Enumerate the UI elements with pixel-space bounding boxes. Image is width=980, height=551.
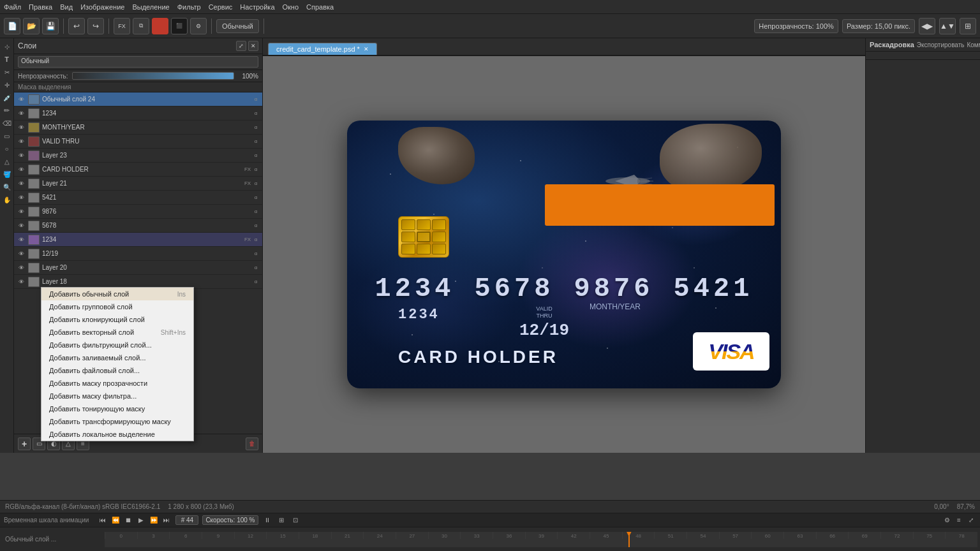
undo-button[interactable]: ↩ — [68, 18, 85, 34]
menu-window[interactable]: Окно — [283, 3, 299, 11]
tool-eyedropper[interactable]: 💉 — [1, 92, 13, 103]
blend-mode-select[interactable]: Обычный — [18, 56, 258, 68]
timeline-playhead[interactable] — [628, 532, 630, 547]
layer-visibility-toggle[interactable]: 👁 — [17, 137, 26, 146]
brush-settings[interactable]: ⚙ — [190, 18, 207, 34]
layer-item[interactable]: 👁VALID THRUα — [14, 135, 262, 149]
menu-image[interactable]: Изображение — [80, 3, 124, 11]
canvas-viewport[interactable]: 1234 5678 9876 5421 1234 VALIDTHRU 12/19… — [263, 56, 865, 453]
layer-visibility-toggle[interactable]: 👁 — [17, 109, 26, 118]
layer-item[interactable]: 👁5421α — [14, 191, 262, 205]
tool-fill[interactable]: 🪣 — [1, 168, 13, 180]
tl-settings-btn[interactable]: ⚙ — [942, 515, 952, 525]
tl-expand-btn[interactable]: ⤢ — [966, 515, 976, 525]
tool-rectangle[interactable]: ▭ — [1, 130, 13, 142]
layer-visibility-toggle[interactable]: 👁 — [17, 123, 26, 132]
context-menu-item[interactable]: Добавить заливаемый слой... — [41, 351, 193, 364]
menu-filter[interactable]: Фильтр — [177, 3, 201, 11]
tool-ellipse[interactable]: ○ — [1, 143, 13, 154]
timeline-ruler[interactable]: 0369121518212427303336394245485154576063… — [105, 532, 977, 547]
mirror-v-button[interactable]: ▲▼ — [939, 18, 956, 34]
canvas-tab-close[interactable]: ✕ — [364, 46, 369, 52]
tl-play-button[interactable]: ▶ — [136, 515, 146, 525]
context-menu-item[interactable]: Добавить трансформирующую маску — [41, 415, 193, 428]
tool-polygon[interactable]: △ — [1, 156, 13, 167]
layer-visibility-toggle[interactable]: 👁 — [17, 193, 26, 202]
layer-item[interactable]: 👁1234FXα — [14, 233, 262, 247]
panel-expand-btn[interactable]: ⤢ — [236, 41, 246, 51]
layer-item[interactable]: 👁MONTH/YEARα — [14, 121, 262, 135]
context-menu-item[interactable]: Добавить файловый слой... — [41, 364, 193, 377]
menu-select[interactable]: Выделение — [132, 3, 169, 11]
tool-eraser[interactable]: ⌫ — [1, 117, 13, 129]
brush-preset-selector[interactable]: Обычный — [216, 19, 259, 33]
layer-item[interactable]: 👁9876α — [14, 205, 262, 219]
tl-stop-button[interactable]: ⏹ — [123, 515, 133, 525]
comment-button[interactable]: Комментарии — [967, 41, 980, 48]
context-menu-item[interactable]: Добавить групповой слой — [41, 300, 193, 313]
context-menu-item[interactable]: Добавить маску фильтра... — [41, 390, 193, 402]
context-menu-item[interactable]: Добавить векторный слойShift+Ins — [41, 326, 193, 339]
menu-edit[interactable]: Правка — [29, 3, 52, 11]
export-button[interactable]: Экспортировать — [917, 41, 965, 48]
layer-item[interactable]: 👁5678α — [14, 219, 262, 233]
tl-prev-button[interactable]: ⏪ — [110, 515, 121, 525]
new-button[interactable]: 📄 — [4, 18, 20, 34]
paste-button[interactable]: ⧉ — [133, 18, 149, 34]
menu-help[interactable]: Справка — [306, 3, 334, 11]
mirror-h-button[interactable]: ◀▶ — [919, 18, 935, 34]
layer-visibility-toggle[interactable]: 👁 — [17, 95, 26, 104]
copy-button[interactable]: FX — [114, 18, 130, 34]
tl-icon-3[interactable]: ⊡ — [290, 515, 301, 525]
layer-item[interactable]: 👁12/19α — [14, 247, 262, 261]
layer-visibility-toggle[interactable]: 👁 — [17, 221, 26, 230]
context-menu-item[interactable]: Добавить маску прозрачности — [41, 377, 193, 390]
context-menu-item[interactable]: Добавить тонирующую маску — [41, 402, 193, 415]
tl-list-btn[interactable]: ≡ — [954, 515, 964, 525]
menu-tools[interactable]: Сервис — [209, 3, 233, 11]
layer-visibility-toggle[interactable]: 👁 — [17, 179, 26, 188]
tl-start-button[interactable]: ⏮ — [98, 515, 108, 525]
context-menu-item[interactable]: Добавить обычный слойIns — [41, 288, 193, 300]
menu-file[interactable]: Файл — [4, 3, 21, 11]
tool-text[interactable]: T — [1, 54, 13, 65]
layer-visibility-toggle[interactable]: 👁 — [17, 151, 26, 160]
context-menu-item[interactable]: Добавить локальное выделение — [41, 428, 193, 441]
menu-view[interactable]: Вид — [60, 3, 73, 11]
layer-item[interactable]: 👁Layer 20α — [14, 261, 262, 275]
tool-transform[interactable]: ⊹ — [1, 41, 13, 52]
canvas-tab-active[interactable]: credit_card_template.psd * ✕ — [268, 43, 377, 55]
layer-item[interactable]: 👁1234α — [14, 107, 262, 121]
grid-button[interactable]: ⊞ — [960, 18, 976, 34]
opacity-slider[interactable] — [72, 72, 234, 80]
tool-move[interactable]: ✛ — [1, 79, 13, 91]
layer-item[interactable]: 👁Layer 21FXα — [14, 177, 262, 191]
tool-zoom[interactable]: 🔍 — [1, 181, 13, 193]
layer-item[interactable]: 👁CARD HOLDERFXα — [14, 163, 262, 177]
layer-visibility-toggle[interactable]: 👁 — [17, 165, 26, 174]
stroke-color[interactable]: ⬛ — [171, 18, 188, 34]
menu-settings[interactable]: Настройка — [240, 3, 274, 11]
layer-visibility-toggle[interactable]: 👁 — [17, 277, 26, 286]
redo-button[interactable]: ↪ — [87, 18, 104, 34]
timeline-frame-counter[interactable]: # 44 — [175, 515, 198, 525]
tl-next-button[interactable]: ⏩ — [149, 515, 159, 525]
panel-close-btn[interactable]: ✕ — [248, 41, 258, 51]
add-layer-button[interactable]: + — [18, 437, 31, 450]
tl-icon-2[interactable]: ⊞ — [276, 515, 286, 525]
tl-end-button[interactable]: ⏭ — [161, 515, 172, 525]
tool-crop[interactable]: ✂ — [1, 66, 13, 78]
tool-pan[interactable]: ✋ — [1, 194, 13, 205]
open-button[interactable]: 📂 — [23, 18, 40, 34]
save-button[interactable]: 💾 — [42, 18, 59, 34]
delete-layer-button[interactable]: 🗑 — [246, 437, 258, 450]
layer-visibility-toggle[interactable]: 👁 — [17, 249, 26, 258]
layer-visibility-toggle[interactable]: 👁 — [17, 235, 26, 244]
layer-visibility-toggle[interactable]: 👁 — [17, 263, 26, 272]
context-menu-item[interactable]: Добавить фильтрующий слой... — [41, 339, 193, 351]
tool-brush[interactable]: ✏ — [1, 105, 13, 116]
context-menu-item[interactable]: Добавить клонирующий слой — [41, 313, 193, 326]
layer-item[interactable]: 👁Обычный слой 24α — [14, 92, 262, 107]
layer-visibility-toggle[interactable]: 👁 — [17, 207, 26, 216]
fill-color[interactable] — [152, 18, 168, 34]
